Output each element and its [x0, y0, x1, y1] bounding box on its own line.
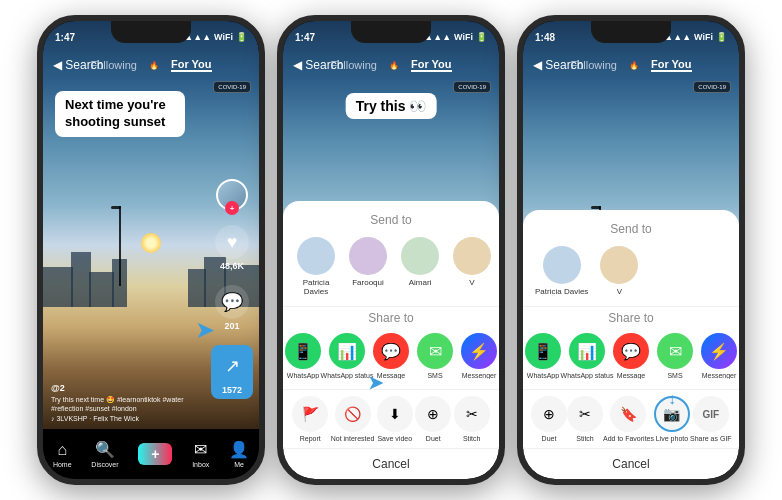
action-save-label-2: Save video: [377, 435, 412, 442]
duet-icon-3: ⊕: [531, 396, 567, 432]
message-icon-3: 💬: [613, 333, 649, 369]
search-icon-1[interactable]: ◀ Search: [53, 58, 103, 72]
notch-2: [351, 21, 431, 43]
app-messenger-label-3: Messenger: [702, 372, 737, 379]
phone-3: 1:48 ▲▲▲ WiFi 🔋 ◀ Search Following 🔥 For…: [517, 15, 745, 485]
share-icon-1: ↗: [215, 349, 249, 383]
avatar-container-1[interactable]: +: [216, 179, 248, 211]
apps-row-3: 📱 WhatsApp 📊 WhatsApp status 💬 Message ✉…: [523, 333, 739, 379]
contact-aimari-2[interactable]: Aimari: [399, 237, 441, 296]
status-icons-2: ▲▲▲ WiFi 🔋: [424, 32, 487, 42]
action-not-interested-2[interactable]: 🚫 Not interested: [331, 396, 375, 442]
contacts-row-2: Patricia Davies Farooqui Aimari V: [283, 237, 499, 296]
inbox-icon-1: ✉: [194, 440, 207, 459]
app-whatsapp-label-2: WhatsApp: [287, 372, 319, 379]
app-messenger-3[interactable]: ⚡ Messenger: [701, 333, 737, 379]
app-message-3[interactable]: 💬 Message: [613, 333, 649, 379]
contact-v-3[interactable]: V: [598, 246, 640, 296]
add-icon-1: +: [138, 443, 172, 465]
contact-name-patricia-3: Patricia Davies: [535, 287, 588, 296]
action-report-2[interactable]: 🚩 Report: [292, 396, 328, 442]
live-photo-icon-3: 📷 ↓: [654, 396, 690, 432]
app-sms-3[interactable]: ✉ SMS: [657, 333, 693, 379]
search-icon-3[interactable]: ◀ Search: [533, 58, 583, 72]
action-duet-2[interactable]: ⊕ Duet: [415, 396, 451, 442]
app-whatsapp-3[interactable]: 📱 WhatsApp: [525, 333, 561, 379]
arrow-save-2: ➤: [368, 372, 383, 394]
music-1: ♪ 3LVKSHP · Felix The Wick: [51, 414, 214, 424]
flame-icon-1: 🔥: [149, 61, 159, 70]
contact-avatar-patricia-3: [543, 246, 581, 284]
divider-3a: [523, 306, 739, 307]
nav-inbox-1[interactable]: ✉ Inbox: [192, 440, 209, 468]
contact-patricia-3[interactable]: Patricia Davies: [535, 246, 588, 296]
action-save-2[interactable]: ⬇ Save video: [377, 396, 413, 442]
action-favorites-3[interactable]: 🔖 Add to Favorites: [603, 396, 654, 442]
messenger-icon-3: ⚡: [701, 333, 737, 369]
tab-foryou-1[interactable]: For You: [171, 58, 212, 72]
app-sms-2[interactable]: ✉ SMS: [417, 333, 453, 379]
battery-icon-2: 🔋: [476, 32, 487, 42]
video-overlay-text-1: Next time you're shooting sunset: [55, 91, 185, 137]
share-count-1: 1572: [222, 385, 242, 395]
contact-name-v-2: V: [469, 278, 474, 287]
whatsapp-status-icon-3: 📊: [569, 333, 605, 369]
lamp-1: [119, 206, 121, 286]
nav-add-1[interactable]: +: [138, 443, 172, 465]
app-whatsapp-status-3[interactable]: 📊 WhatsApp status: [569, 333, 605, 379]
search-icon-2[interactable]: ◀ Search: [293, 58, 343, 72]
share-to-title-3: Share to: [523, 311, 739, 325]
comment-btn-1[interactable]: 💬 201: [215, 285, 249, 331]
action-stitch-label-2: Stitch: [463, 435, 481, 442]
app-whatsapp-2[interactable]: 📱 WhatsApp: [285, 333, 321, 379]
app-sms-label-3: SMS: [667, 372, 682, 379]
action-stitch-3[interactable]: ✂ Stitch: [567, 396, 603, 442]
contact-farooqui-2[interactable]: Farooqui: [347, 237, 389, 296]
app-whatsapp-status-2[interactable]: 📊 WhatsApp status: [329, 333, 365, 379]
tab-foryou-2[interactable]: For You: [411, 58, 452, 72]
action-live-photo-3[interactable]: 📷 ↓ Live photo: [654, 396, 690, 442]
heart-count-1: 48,6K: [220, 261, 244, 271]
covid-badge-3: COVID-19: [693, 81, 731, 93]
share-btn-1[interactable]: ↗ 1572: [211, 345, 253, 399]
app-sms-label-2: SMS: [427, 372, 442, 379]
action-gif-3[interactable]: GIF Share as GIF: [690, 396, 732, 442]
status-time-3: 1:48: [535, 32, 555, 43]
notch-3: [591, 21, 671, 43]
action-duet-3[interactable]: ⊕ Duet: [531, 396, 567, 442]
cancel-btn-2[interactable]: Cancel: [283, 448, 499, 479]
sms-icon-2: ✉: [417, 333, 453, 369]
app-whatsapp-status-label-2: WhatsApp status: [321, 372, 374, 379]
nav-home-1[interactable]: ⌂ Home: [53, 441, 72, 468]
contact-name-aimari-2: Aimari: [409, 278, 432, 287]
app-whatsapp-label-3: WhatsApp: [527, 372, 559, 379]
cancel-btn-3[interactable]: Cancel: [523, 448, 739, 479]
status-icons-3: ▲▲▲ WiFi 🔋: [664, 32, 727, 42]
contact-patricia-2[interactable]: Patricia Davies: [295, 237, 337, 296]
caption-text-1: Try this next time 🤩 #learnontiktok #wat…: [51, 395, 214, 415]
tiktok-header-2: ◀ Search Following 🔥 For You COVID-19: [283, 49, 499, 81]
app-messenger-2[interactable]: ⚡ Messenger: [461, 333, 497, 379]
actions-row-3: ⊕ Duet ✂ Stitch 🔖 Add to Favorites 📷: [523, 389, 739, 448]
message-icon-2: 💬: [373, 333, 409, 369]
share-to-title-2: Share to: [283, 311, 499, 325]
discover-icon-1: 🔍: [95, 440, 115, 459]
stitch-icon-2: ✂: [454, 396, 490, 432]
phone-3-screen: 1:48 ▲▲▲ WiFi 🔋 ◀ Search Following 🔥 For…: [523, 21, 739, 479]
nav-discover-1[interactable]: 🔍 Discover: [91, 440, 118, 468]
action-stitch-label-3: Stitch: [576, 435, 594, 442]
contact-v-2[interactable]: V: [451, 237, 493, 296]
comment-icon-1: 💬: [215, 285, 249, 319]
tab-foryou-3[interactable]: For You: [651, 58, 692, 72]
me-icon-1: 👤: [229, 440, 249, 459]
heart-btn-1[interactable]: ♥ 48,6K: [215, 225, 249, 271]
share-sheet-3: Send to Patricia Davies V Share to 📱: [523, 210, 739, 479]
battery-icon-3: 🔋: [716, 32, 727, 42]
action-not-interested-label-2: Not interested: [331, 435, 375, 442]
wifi-icon-1: WiFi: [214, 32, 233, 42]
contact-avatar-farooqui-2: [349, 237, 387, 275]
tabs-2: Following 🔥 For You: [330, 58, 451, 72]
action-stitch-2[interactable]: ✂ Stitch: [454, 396, 490, 442]
caption-1: @2 Try this next time 🤩 #learnontiktok #…: [51, 382, 214, 424]
nav-me-1[interactable]: 👤 Me: [229, 440, 249, 468]
